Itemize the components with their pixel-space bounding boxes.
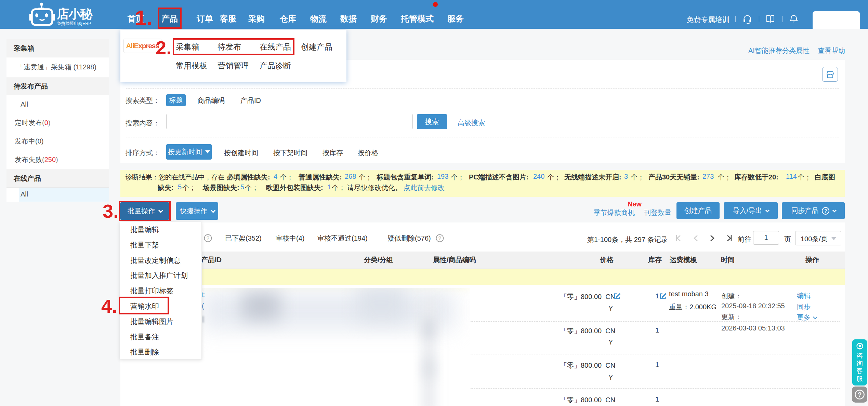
svg-text:?: ? — [438, 235, 441, 241]
svg-text:?: ? — [858, 391, 862, 398]
svg-text:?: ? — [207, 235, 209, 241]
svg-text:?: ? — [824, 208, 827, 214]
